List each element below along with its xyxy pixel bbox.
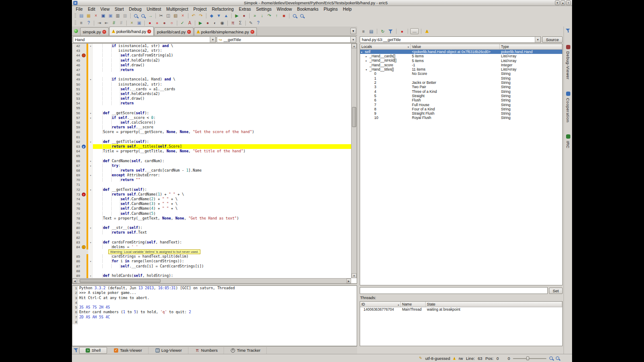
show-source-icon[interactable]: ▤	[368, 28, 375, 35]
threads-viewer[interactable]: ID▴NameState 140063636776704MainThreadwa…	[360, 301, 563, 346]
marker-margin[interactable]	[81, 226, 86, 230]
scroll-right-icon[interactable]: ▶	[346, 279, 351, 283]
goto-line-icon[interactable]: →	[147, 12, 154, 19]
fold-margin[interactable]	[88, 53, 93, 58]
clear-breakpoints-icon[interactable]: ○	[168, 20, 175, 26]
scroll-down-icon[interactable]: ▼	[352, 273, 357, 278]
tab-close-icon[interactable]: ×	[102, 30, 106, 34]
marker-margin[interactable]	[81, 82, 86, 87]
code-text[interactable]: def cardsFromString(self, handText):	[93, 240, 351, 245]
marker-margin[interactable]	[81, 154, 86, 158]
code-text[interactable]: if self.__score < 0:	[93, 116, 351, 120]
fold-margin[interactable]	[88, 221, 93, 226]
code-text[interactable]: self.draw()	[93, 96, 351, 101]
minimize-button[interactable]: ▾	[555, 0, 560, 5]
locals-row[interactable]: _Hand__score-1Integer	[360, 63, 562, 67]
class-combobox[interactable]: Hand ▾	[73, 36, 216, 43]
code-text[interactable]: return	[93, 68, 351, 72]
code-text[interactable]: def __getText(self):	[93, 187, 351, 192]
marker-margin[interactable]	[81, 159, 86, 163]
editor-vertical-scrollbar[interactable]: ▲ ▼	[351, 44, 357, 278]
fold-margin[interactable]	[88, 58, 93, 63]
step-icon[interactable]: ↓	[259, 12, 265, 19]
code-text[interactable]: return ""	[93, 178, 351, 182]
code-text[interactable]: return self.__cards[cardNum - 1].Name	[93, 168, 351, 173]
marker-margin[interactable]	[81, 120, 86, 125]
marker-margin[interactable]: ▶	[81, 144, 86, 149]
help-icon[interactable]: ?	[255, 20, 262, 26]
marker-margin[interactable]	[81, 168, 86, 173]
zoom-out-icon[interactable]	[298, 12, 305, 19]
menu-multiproject[interactable]: Multiproject	[164, 7, 191, 12]
fold-margin[interactable]	[88, 254, 93, 259]
marker-margin[interactable]	[81, 77, 86, 82]
save-as-icon[interactable]: ▣	[107, 12, 114, 19]
locals-row[interactable]: ▸_Hand__isHold[]5 itemsList/Array	[360, 59, 562, 63]
pos-indicator[interactable]: 0	[496, 356, 498, 361]
save-all-icon[interactable]: ▣	[136, 20, 143, 26]
chevron-down-icon[interactable]: ▾	[350, 37, 356, 42]
replace-icon[interactable]	[140, 12, 146, 19]
menu-start[interactable]: Start	[112, 7, 126, 12]
search-icon[interactable]	[132, 12, 139, 19]
tab-simpok-py[interactable]: simpok.py×	[80, 27, 109, 36]
toggle-breakpoint-icon[interactable]: ●	[146, 20, 153, 26]
numbers-icon[interactable]: π	[230, 20, 236, 26]
fold-margin[interactable]	[88, 82, 93, 87]
redo-icon[interactable]: ↷	[197, 12, 204, 19]
title-bar[interactable]: e Simpok - /home/detlev/Development/Pyth…	[72, 0, 572, 6]
marker-margin[interactable]	[81, 182, 86, 187]
code-text[interactable]: return self.Text	[93, 230, 351, 235]
profile-icon[interactable]: ◐	[212, 20, 218, 26]
threads-column-header-state[interactable]: State	[426, 302, 562, 307]
next-breakpoint-icon[interactable]: ●	[154, 20, 161, 26]
set-button[interactable]: Set	[549, 288, 563, 294]
locals-column-header-locals[interactable]: Locals▾	[360, 44, 411, 49]
marker-margin[interactable]	[81, 116, 86, 120]
unindent-icon[interactable]: ⇤	[103, 20, 110, 26]
source-button[interactable]: Source	[542, 36, 563, 43]
marker-margin[interactable]	[81, 68, 86, 72]
fold-margin[interactable]	[88, 197, 93, 202]
menu-plugins[interactable]: Plugins	[321, 7, 340, 12]
marker-margin[interactable]	[81, 269, 86, 273]
scroll-left-icon[interactable]: ◀	[72, 279, 77, 283]
code-text[interactable]: self.CardName(2) + " " + \	[93, 197, 351, 202]
method-combobox[interactable]: ↪ __getTitle ▾	[217, 36, 356, 43]
encoding-indicator[interactable]: utf-8-guessed	[425, 356, 450, 361]
menu-window[interactable]: Window	[274, 7, 295, 12]
menu-help[interactable]: Help	[340, 7, 355, 12]
toolbar-handle[interactable]	[75, 13, 76, 18]
marker-margin[interactable]	[81, 211, 86, 216]
copy-icon[interactable]: ◫	[165, 12, 172, 19]
bottom-tab-numbers[interactable]: πNumbers	[189, 347, 224, 354]
fold-margin[interactable]: ▾	[88, 226, 93, 230]
fold-margin[interactable]	[88, 206, 93, 211]
indent-icon[interactable]: ⇥	[96, 20, 103, 26]
scroll-thumb[interactable]	[80, 279, 161, 283]
fold-margin[interactable]	[88, 96, 93, 101]
print-preview-icon[interactable]: ▥	[122, 12, 128, 19]
tab-pokerlib-card-py[interactable]: pokerlib/card.py×	[154, 27, 193, 36]
marker-margin[interactable]	[81, 240, 86, 245]
code-text[interactable]: return self.__titles[self.Score]	[93, 144, 351, 149]
marker-margin[interactable]	[81, 173, 86, 178]
locals-row[interactable]: 10Royal FlushString	[360, 116, 562, 120]
marker-margin[interactable]	[81, 178, 86, 182]
syntax-check-icon[interactable]: ✓	[179, 20, 186, 26]
code-text[interactable]: return self.CardName(1) + " " + \	[93, 192, 351, 197]
marker-margin[interactable]	[81, 92, 86, 96]
marker-margin[interactable]	[81, 130, 86, 134]
code-text[interactable]: self.holdCards(a2)	[93, 58, 351, 63]
locals-row[interactable]: 6FlushString	[360, 98, 562, 102]
menu-project[interactable]: Project	[191, 7, 209, 12]
code-text[interactable]: self.CardName(3) + " " + \	[93, 202, 351, 206]
new-icon[interactable]: ▤	[78, 12, 85, 19]
locals-row[interactable]: 2Jacks or BetterString	[360, 80, 562, 85]
fold-margin[interactable]	[88, 72, 93, 77]
current-marker-icon[interactable]: ▶	[82, 145, 86, 148]
scroll-track[interactable]	[352, 48, 357, 273]
scroll-track[interactable]	[77, 279, 346, 283]
side-tab-cooperation[interactable]: Cooperation	[566, 92, 570, 122]
bookmark-next-icon[interactable]: ▼	[215, 12, 222, 19]
